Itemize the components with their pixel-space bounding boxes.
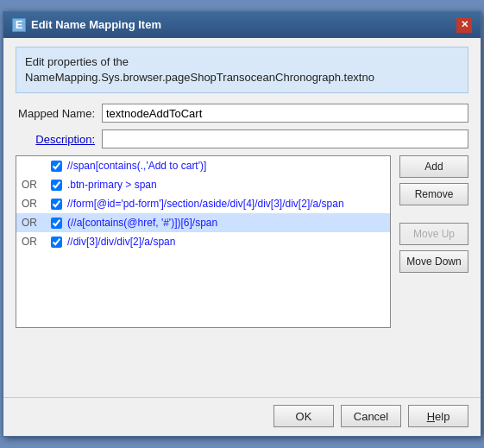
item-xpath: //div[3]/div/div[2]/a/span <box>67 236 175 248</box>
list-item[interactable]: OR//div[3]/div/div[2]/a/span <box>16 232 390 251</box>
list-item[interactable]: OR.btn-primary > span <box>16 175 390 194</box>
banner-text: Edit properties of the NameMapping.Sys.b… <box>25 55 374 84</box>
dialog-window: E Edit Name Mapping Item ✕ Edit properti… <box>3 11 481 437</box>
item-checkbox[interactable] <box>51 218 62 229</box>
title-bar: E Edit Name Mapping Item ✕ <box>3 12 481 38</box>
ok-button[interactable]: OK <box>273 405 334 427</box>
description-row: Description: <box>16 129 468 148</box>
dialog-body: Edit properties of the NameMapping.Sys.b… <box>3 38 481 392</box>
item-xpath: //span[contains(.,'Add to cart')] <box>67 160 206 172</box>
or-label: OR <box>22 217 46 229</box>
remove-button[interactable]: Remove <box>399 183 468 205</box>
close-button[interactable]: ✕ <box>456 17 472 33</box>
move-down-button[interactable]: Move Down <box>399 250 468 273</box>
item-xpath: .btn-primary > span <box>67 179 157 191</box>
item-xpath: (//a[contains(@href, '#')])[6]/span <box>67 217 217 229</box>
bottom-area <box>16 331 468 383</box>
mapped-name-input[interactable] <box>102 104 468 123</box>
or-label: OR <box>22 198 46 210</box>
move-up-button[interactable]: Move Up <box>399 223 468 245</box>
cancel-button[interactable]: Cancel <box>341 405 401 427</box>
dialog-icon: E <box>12 18 26 32</box>
add-button[interactable]: Add <box>399 155 468 178</box>
help-button[interactable]: Help <box>408 405 468 427</box>
or-label: OR <box>22 179 46 191</box>
mapped-name-label: Mapped Name: <box>16 107 102 120</box>
dialog-icon-text: E <box>16 18 23 31</box>
item-checkbox[interactable] <box>51 237 62 248</box>
item-xpath: //form[@id='pd-form']/section/aside/div[… <box>67 198 344 210</box>
or-label: OR <box>22 236 46 248</box>
title-bar-left: E Edit Name Mapping Item <box>12 18 161 32</box>
item-checkbox[interactable] <box>51 199 62 210</box>
list-item[interactable]: OR(//a[contains(@href, '#')])[6]/span <box>16 213 390 232</box>
help-underline: Help <box>427 410 450 423</box>
dialog-footer: OK Cancel Help <box>3 397 481 436</box>
xpath-list[interactable]: //span[contains(.,'Add to cart')]OR.btn-… <box>16 155 391 328</box>
list-item[interactable]: //span[contains(.,'Add to cart')] <box>16 156 390 175</box>
content-area: //span[contains(.,'Add to cart')]OR.btn-… <box>16 155 468 328</box>
buttons-panel: Add Remove Move Up Move Down <box>399 155 468 328</box>
dialog-title: Edit Name Mapping Item <box>31 18 161 31</box>
list-item[interactable]: OR//form[@id='pd-form']/section/aside/di… <box>16 194 390 213</box>
item-checkbox[interactable] <box>51 180 62 191</box>
mapped-name-row: Mapped Name: <box>16 104 468 123</box>
description-label[interactable]: Description: <box>16 133 102 146</box>
info-banner: Edit properties of the NameMapping.Sys.b… <box>16 47 468 93</box>
description-input[interactable] <box>102 129 468 148</box>
item-checkbox[interactable] <box>51 161 62 172</box>
